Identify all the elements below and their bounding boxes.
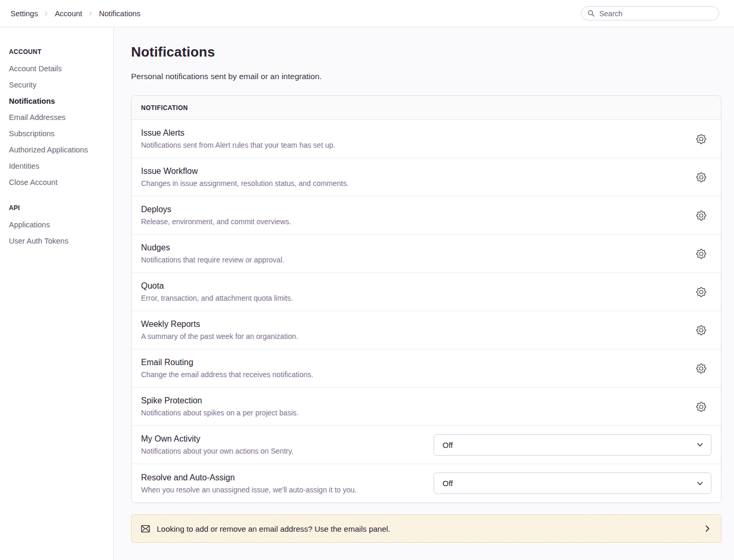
row-description: Change the email address that receives n… xyxy=(141,370,313,379)
gear-icon xyxy=(696,172,706,182)
search-field[interactable] xyxy=(598,9,713,18)
row-description: Notifications sent from Alert rules that… xyxy=(141,141,335,149)
gear-icon xyxy=(696,134,706,144)
row-title: Deploys xyxy=(141,205,291,214)
search-input[interactable] xyxy=(581,6,719,20)
sidebar-list: Applications User Auth Tokens xyxy=(9,216,106,249)
chevron-down-icon xyxy=(696,441,704,448)
chevron-right-icon xyxy=(88,10,94,17)
notification-rows: Issue Alerts Notifications sent from Ale… xyxy=(132,120,721,502)
gear-icon xyxy=(696,402,706,412)
row-settings-button[interactable] xyxy=(694,361,708,376)
chevron-right-icon xyxy=(43,10,49,17)
notification-row: Deploys Release, environment, and commit… xyxy=(132,196,721,235)
emails-panel-alert[interactable]: Looking to add or remove an email addres… xyxy=(131,514,721,543)
sidebar-item-notifications[interactable]: Notifications xyxy=(9,93,106,109)
sidebar-item-security[interactable]: Security xyxy=(9,76,106,93)
row-select[interactable]: Off xyxy=(434,434,711,456)
settings-sidebar: ACCOUNT Account Details Security Notific… xyxy=(0,27,114,560)
row-title: My Own Activity xyxy=(141,434,294,444)
sidebar-section: ACCOUNT Account Details Security Notific… xyxy=(9,48,106,190)
row-text: Resolve and Auto-Assign When you resolve… xyxy=(141,473,357,494)
notification-row: Spike Protection Notifications about spi… xyxy=(132,388,721,426)
notification-row: Issue Alerts Notifications sent from Ale… xyxy=(132,120,721,158)
row-text: Nudges Notifications that require review… xyxy=(141,243,284,264)
chevron-down-icon xyxy=(696,480,704,487)
sidebar-item-user-auth-tokens[interactable]: User Auth Tokens xyxy=(9,233,106,249)
sidebar-item-account-details[interactable]: Account Details xyxy=(9,60,106,76)
sidebar-item-close-account[interactable]: Close Account xyxy=(9,174,106,190)
row-text: Weekly Reports A summary of the past wee… xyxy=(141,320,298,341)
top-bar: Settings Account Notifications xyxy=(0,0,734,27)
row-settings-button[interactable] xyxy=(694,247,708,261)
main-content: Notifications Personal notifications sen… xyxy=(114,27,734,560)
row-select[interactable]: Off xyxy=(434,473,711,494)
row-text: Spike Protection Notifications about spi… xyxy=(141,396,298,417)
row-description: Error, transaction, and attachment quota… xyxy=(141,294,293,302)
row-settings-button[interactable] xyxy=(694,323,708,337)
notification-row: Weekly Reports A summary of the past wee… xyxy=(132,311,721,349)
panel-header: NOTIFICATION xyxy=(132,96,721,120)
row-title: Email Routing xyxy=(141,358,313,367)
notifications-panel: NOTIFICATION Issue Alerts Notifications … xyxy=(131,95,721,503)
row-settings-button[interactable] xyxy=(694,208,708,223)
breadcrumb: Settings Account Notifications xyxy=(10,9,141,18)
select-value: Off xyxy=(442,479,453,488)
alert-text: Looking to add or remove an email addres… xyxy=(157,524,390,533)
row-description: A summary of the past week for an organi… xyxy=(141,332,298,341)
row-title: Issue Alerts xyxy=(141,128,335,138)
sidebar-section: API Applications User Auth Tokens xyxy=(9,204,106,249)
gear-icon xyxy=(696,364,706,374)
row-description: When you resolve an unassigned issue, we… xyxy=(141,486,357,494)
row-text: Issue Workflow Changes in issue assignme… xyxy=(141,167,349,188)
notification-row: Resolve and Auto-Assign When you resolve… xyxy=(132,464,721,502)
row-text: Deploys Release, environment, and commit… xyxy=(141,205,291,226)
envelope-icon xyxy=(141,525,150,533)
row-description: Notifications about your own actions on … xyxy=(141,447,294,455)
sidebar-section-title: ACCOUNT xyxy=(9,48,106,56)
gear-icon xyxy=(696,325,706,335)
notification-row: Nudges Notifications that require review… xyxy=(132,235,721,273)
row-settings-button[interactable] xyxy=(694,132,708,146)
sidebar-item-email-addresses[interactable]: Email Addresses xyxy=(9,109,106,125)
gear-icon xyxy=(696,249,706,259)
gear-icon xyxy=(696,211,706,221)
breadcrumb-item-notifications[interactable]: Notifications xyxy=(99,9,141,18)
row-settings-button[interactable] xyxy=(694,400,708,414)
row-title: Nudges xyxy=(141,243,284,252)
row-description: Changes in issue assignment, resolution … xyxy=(141,179,349,188)
select-value: Off xyxy=(442,441,453,449)
sidebar-list: Account Details Security Notifications E… xyxy=(9,60,106,190)
notification-row: My Own Activity Notifications about your… xyxy=(132,426,721,464)
row-description: Notifications about spikes on a per proj… xyxy=(141,409,298,417)
chevron-right-icon xyxy=(703,524,711,533)
row-text: Email Routing Change the email address t… xyxy=(141,358,313,379)
row-description: Release, environment, and commit overvie… xyxy=(141,217,291,226)
row-title: Issue Workflow xyxy=(141,167,349,176)
notification-row: Issue Workflow Changes in issue assignme… xyxy=(132,158,721,196)
row-title: Quota xyxy=(141,281,293,291)
sidebar-item-identities[interactable]: Identities xyxy=(9,158,106,174)
notification-row: Email Routing Change the email address t… xyxy=(132,349,721,388)
search-icon xyxy=(588,10,595,17)
breadcrumb-item-account[interactable]: Account xyxy=(55,9,82,18)
sidebar-section-title: API xyxy=(9,204,106,212)
breadcrumb-item-settings[interactable]: Settings xyxy=(10,9,38,18)
row-title: Spike Protection xyxy=(141,396,298,405)
sidebar-item-subscriptions[interactable]: Subscriptions xyxy=(9,125,106,141)
row-text: My Own Activity Notifications about your… xyxy=(141,434,294,455)
row-settings-button[interactable] xyxy=(694,285,708,299)
page-description: Personal notifications sent by email or … xyxy=(131,72,721,81)
gear-icon xyxy=(696,287,706,297)
row-description: Notifications that require review or app… xyxy=(141,256,284,264)
sidebar-item-authorized-applications[interactable]: Authorized Applications xyxy=(9,141,106,158)
row-title: Weekly Reports xyxy=(141,320,298,329)
sidebar-item-applications[interactable]: Applications xyxy=(9,216,106,233)
page-title: Notifications xyxy=(131,44,721,60)
row-text: Issue Alerts Notifications sent from Ale… xyxy=(141,128,335,149)
row-title: Resolve and Auto-Assign xyxy=(141,473,357,482)
row-settings-button[interactable] xyxy=(694,170,708,184)
notification-row: Quota Error, transaction, and attachment… xyxy=(132,273,721,311)
row-text: Quota Error, transaction, and attachment… xyxy=(141,281,293,302)
